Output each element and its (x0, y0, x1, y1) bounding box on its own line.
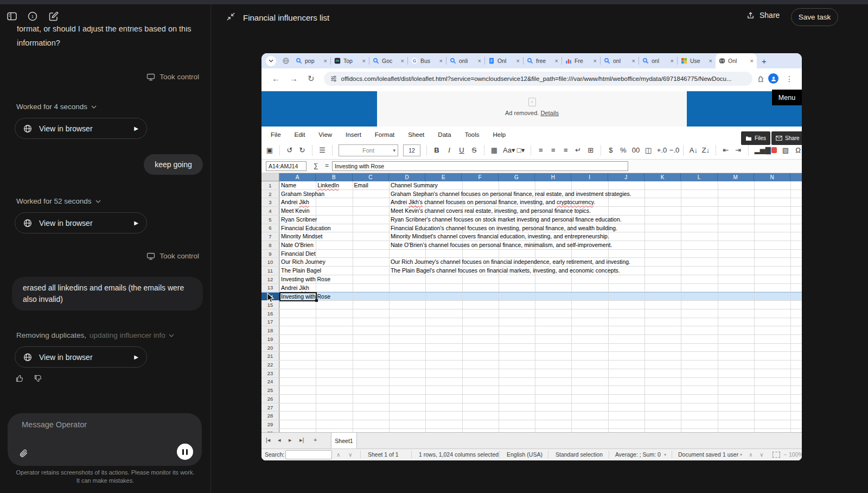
cell-D2[interactable]: Graham Stephan's channel focuses on pers… (391, 191, 631, 197)
new-tab-button[interactable]: + (762, 56, 767, 66)
column-header-M[interactable]: M (718, 173, 754, 181)
cell-A4[interactable]: Meet Kevin (281, 207, 310, 214)
extensions-icon[interactable] (757, 75, 764, 83)
cell-D7[interactable]: Minority Mindset's channel covers financ… (391, 233, 609, 239)
sheet-row[interactable]: 28 (261, 412, 802, 420)
cell-A8[interactable]: Nate O'Brien (281, 242, 314, 248)
files-button[interactable]: Files (741, 131, 770, 145)
cell-name-box[interactable]: A14:AMJ14 (266, 161, 307, 171)
character-case-icon[interactable]: Aa▾ (503, 146, 512, 154)
forward-icon[interactable]: → (290, 74, 298, 83)
browser-tab[interactable]: GBus× (408, 53, 446, 68)
column-header-F[interactable]: F (462, 173, 499, 181)
column-header[interactable] (790, 173, 802, 181)
next-icon[interactable]: ∨ (760, 451, 764, 458)
row-header[interactable]: 18 (261, 326, 279, 334)
sheet-row[interactable]: 20 (261, 344, 802, 352)
collapse-panel-icon[interactable] (226, 12, 235, 21)
view-in-browser-button[interactable]: View in browser ▶ (15, 346, 147, 368)
browser-profile-avatar[interactable] (768, 73, 778, 84)
tab-close-icon[interactable]: × (632, 58, 635, 64)
pinned-tab[interactable] (279, 58, 292, 64)
sheet-row[interactable]: 4Meet KevinMeet Kevin's channel covers r… (261, 207, 802, 216)
address-bar[interactable]: offidocs.com/loleaflet/dist/loleaflet.ht… (324, 72, 752, 86)
currency-icon[interactable]: $ (607, 146, 615, 154)
column-header-H[interactable]: H (535, 173, 571, 181)
progress-status-line[interactable]: Removing duplicates, updating influencer… (16, 331, 174, 339)
menu-overlay-button[interactable]: Menu (772, 90, 802, 105)
menu-item-edit[interactable]: Edit (295, 131, 305, 138)
sheet-row[interactable]: 9Financial Diet (261, 250, 802, 258)
menu-item-view[interactable]: View (318, 131, 332, 138)
first-sheet-icon[interactable]: |◂ (266, 437, 270, 444)
row-header[interactable]: 17 (261, 318, 279, 326)
column-header-B[interactable]: B (316, 173, 352, 181)
sheet-row[interactable]: 27 (261, 403, 802, 412)
cell-D11[interactable]: The Plain Bagel's channel focuses on fin… (391, 267, 620, 274)
formatting-marks-icon[interactable]: ☰ (318, 146, 326, 154)
align-right-icon[interactable]: ≡ (562, 146, 570, 154)
delete-decimal-icon[interactable]: −.0 (669, 146, 677, 154)
browser-tab[interactable]: onli× (446, 53, 484, 68)
tab-close-icon[interactable]: × (516, 58, 520, 64)
zoom-level[interactable]: 100% (789, 451, 802, 458)
sort-descending-icon[interactable]: Z↓ (702, 146, 710, 154)
selection-info[interactable]: 1 rows, 1,024 columns selected (419, 451, 499, 458)
row-header[interactable]: 3 (261, 198, 279, 206)
sheet-row[interactable]: 14Investing with Rose (261, 292, 802, 301)
sheet-row[interactable]: 5Ryan ScribnerRyan Scribner's channel fo… (261, 216, 802, 224)
composer-placeholder[interactable]: Message Operator (22, 420, 87, 429)
row-header[interactable]: 19 (261, 335, 279, 343)
sheet-row[interactable]: 16 (261, 309, 802, 318)
row-header[interactable]: 15 (261, 301, 279, 309)
sheet-row[interactable]: 21 (261, 352, 802, 361)
row-header[interactable]: 13 (261, 284, 279, 292)
cell-A13[interactable]: Andrei Jikh (281, 285, 309, 291)
redo-icon[interactable]: ↻ (298, 146, 306, 154)
cell-D6[interactable]: Financial Education's channel focuses on… (391, 225, 617, 231)
browser-tab[interactable]: free× (524, 53, 561, 68)
tab-close-icon[interactable]: × (555, 58, 558, 64)
tab-close-icon[interactable]: × (671, 58, 674, 64)
highlight-color-icon[interactable]: □▾ (517, 146, 525, 154)
row-header[interactable]: 12 (261, 275, 279, 283)
browser-tab[interactable]: onl× (639, 53, 677, 68)
tab-search-icon[interactable] (266, 56, 276, 66)
fill-handle[interactable] (315, 299, 318, 302)
column-header-C[interactable]: C (353, 173, 389, 181)
back-icon[interactable]: ← (272, 74, 280, 83)
menu-item-tools[interactable]: Tools (465, 131, 480, 138)
sum-icon[interactable]: ∑ (314, 162, 318, 169)
thumbs-up-icon[interactable] (15, 374, 24, 383)
bold-icon[interactable]: B (433, 146, 441, 154)
column-header-J[interactable]: J (608, 173, 644, 181)
previous-sheet-icon[interactable]: ◂ (278, 437, 281, 444)
cell-A9[interactable]: Financial Diet (281, 250, 316, 257)
attachment-icon[interactable] (18, 448, 29, 459)
row-header[interactable]: 11 (261, 267, 279, 275)
tab-close-icon[interactable]: × (709, 58, 712, 64)
worked-duration-toggle[interactable]: Worked for 4 seconds (16, 103, 97, 111)
sheet-info[interactable]: Sheet 1 of 1 (368, 451, 399, 458)
cell-A6[interactable]: Financial Education (281, 225, 331, 231)
italic-icon[interactable]: I (445, 146, 453, 154)
row-header[interactable]: 24 (261, 378, 279, 386)
row-header[interactable]: 16 (261, 309, 279, 318)
menu-item-file[interactable]: File (271, 131, 281, 138)
row-header[interactable]: 5 (261, 216, 279, 224)
menu-item-sheet[interactable]: Sheet (408, 131, 424, 138)
sheet-tab[interactable]: Sheet1 (331, 433, 357, 448)
next-sheet-icon[interactable]: ▸ (289, 437, 292, 444)
formula-input[interactable]: Investing with Rose (332, 161, 628, 171)
cell-A11[interactable]: The Plain Bagel (281, 267, 321, 274)
doc-share-button[interactable]: Share (771, 131, 802, 145)
browser-tab[interactable]: Fre× (562, 53, 600, 68)
cell-D3[interactable]: Andrei Jikh's channel focuses on persona… (391, 199, 595, 205)
tab-close-icon[interactable]: × (324, 58, 327, 64)
view-in-browser-button[interactable]: View in browser ▶ (15, 212, 147, 233)
view-in-browser-button[interactable]: View in browser ▶ (15, 118, 147, 139)
row-header[interactable]: 23 (261, 369, 279, 377)
cell-A7[interactable]: Minority Mindset (281, 233, 322, 239)
cell-A2[interactable]: Graham Stephan (281, 191, 324, 197)
pause-button[interactable] (177, 444, 193, 460)
